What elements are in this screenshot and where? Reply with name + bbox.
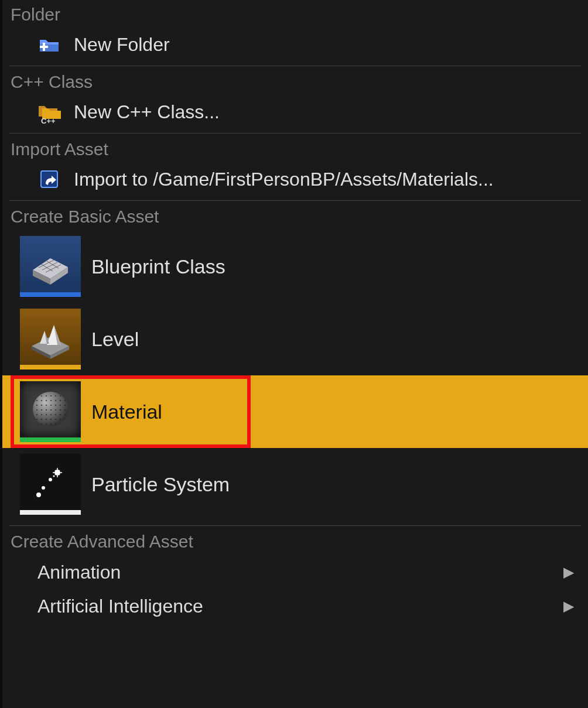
import-icon xyxy=(37,167,61,191)
level-icon xyxy=(20,309,81,370)
asset-particle-system[interactable]: Particle System xyxy=(2,448,588,521)
asset-label: Particle System xyxy=(91,473,230,496)
import-asset-item[interactable]: Import to /Game/FirstPersonBP/Assets/Mat… xyxy=(2,163,588,196)
chevron-right-icon: ▶ xyxy=(563,598,574,614)
asset-label: Level xyxy=(91,328,139,351)
advanced-animation[interactable]: Animation ▶ xyxy=(2,555,588,589)
section-header-cpp: C++ Class xyxy=(2,69,588,95)
section-header-folder: Folder xyxy=(2,1,588,28)
context-menu: Folder New Folder C++ Class C++ New C++ … xyxy=(0,0,588,708)
divider xyxy=(9,525,581,526)
svg-point-21 xyxy=(33,392,68,427)
divider xyxy=(9,133,581,134)
chevron-right-icon: ▶ xyxy=(563,564,574,580)
asset-label: Blueprint Class xyxy=(91,255,225,278)
section-header-basic: Create Basic Asset xyxy=(2,203,588,230)
asset-material[interactable]: Material xyxy=(2,375,588,448)
asset-blueprint-class[interactable]: Blueprint Class xyxy=(2,230,588,303)
particle-icon xyxy=(20,454,81,515)
new-folder-item[interactable]: New Folder xyxy=(2,28,588,61)
new-cpp-class-item[interactable]: C++ New C++ Class... xyxy=(2,95,588,128)
advanced-label: Animation xyxy=(37,562,121,583)
svg-rect-1 xyxy=(43,43,45,51)
advanced-artificial-intelligence[interactable]: Artificial Intelligence ▶ xyxy=(2,589,588,623)
section-header-import: Import Asset xyxy=(2,136,588,163)
svg-text:C++: C++ xyxy=(41,117,56,124)
blueprint-icon xyxy=(20,236,81,297)
advanced-label: Artificial Intelligence xyxy=(37,596,203,617)
svg-point-24 xyxy=(42,486,45,490)
new-cpp-class-label: New C++ Class... xyxy=(74,101,220,123)
material-icon xyxy=(20,381,81,442)
divider xyxy=(9,200,581,201)
asset-level[interactable]: Level xyxy=(2,303,588,375)
section-header-advanced: Create Advanced Asset xyxy=(2,528,588,555)
svg-point-26 xyxy=(53,476,55,477)
folder-add-icon xyxy=(37,33,61,56)
divider xyxy=(9,66,581,66)
asset-label: Material xyxy=(91,401,162,423)
new-folder-label: New Folder xyxy=(74,34,170,56)
cpp-folder-icon: C++ xyxy=(37,100,61,124)
svg-point-25 xyxy=(36,492,41,497)
import-asset-label: Import to /Game/FirstPersonBP/Assets/Mat… xyxy=(74,169,494,190)
svg-point-23 xyxy=(49,478,52,481)
svg-point-27 xyxy=(54,470,60,476)
